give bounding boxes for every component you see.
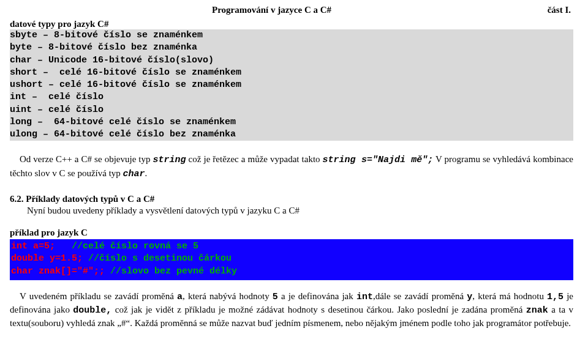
inline-code: double,: [73, 305, 111, 316]
text: V uvedeném příkladu se zavádí proměná: [20, 291, 177, 301]
code-line: sbyte – 8-bitové číslo se znaménkem: [10, 29, 573, 42]
subsection-body: Nyní budou uvedeny příklady a vysvětlení…: [10, 204, 573, 217]
text: , která má hodnotu: [472, 291, 547, 301]
inline-code: 5: [273, 292, 278, 302]
code-line: long – 64-bitové celé číslo se znaménkem: [10, 116, 573, 128]
inline-code: a: [177, 292, 183, 302]
text: ,dále se zavádí proměná: [373, 291, 467, 301]
code-block-grey: sbyte – 8-bitové číslo se znaménkembyte …: [10, 29, 573, 141]
code-comment: //slovo bez pevné délky: [110, 266, 237, 277]
code-line: short – celé 16-bitové číslo se znaménke…: [10, 67, 573, 79]
header-right: část I.: [548, 5, 571, 15]
text: , která nabývá hodnoty: [183, 291, 273, 301]
inline-code: 1,5: [547, 292, 564, 302]
code-comment: //celé číslo rovná se 5: [72, 241, 198, 251]
code-text: int a=5;: [11, 241, 72, 251]
header-center: Programování v jazyce C a C#: [212, 5, 331, 15]
code-block-blue: int a=5; //celé číslo rovná se 5 double …: [10, 239, 573, 280]
paragraph-final: V uvedeném příkladu se zavádí proměná a,…: [10, 290, 573, 330]
section-title-datatypes: datové typy pro jazyk C#: [10, 19, 573, 29]
inline-code: y: [467, 292, 472, 302]
code-line: char – Unicode 16-bitové číslo(slovo): [10, 54, 573, 67]
inline-code: string: [153, 155, 186, 165]
subsection-heading: 6.2. Příklady datových typů v C a C#: [10, 194, 573, 204]
example-title-c: příklad pro jazyk C: [10, 228, 573, 238]
text: a je definována jak: [278, 291, 356, 301]
code-text: char znak[]="#";;: [11, 266, 110, 277]
code-line: ulong – 64-bitové celé číslo bez znaménk…: [10, 128, 573, 141]
text: což jak je vidět z příkladu je možné zád…: [111, 305, 526, 314]
code-line: uint – celé číslo: [10, 104, 573, 116]
inline-code: string s="Najdi mě";: [323, 155, 434, 165]
text: Od verze C++ a C# se objevuje typ: [20, 154, 153, 164]
code-line: byte – 8-bitové číslo bez znaménka: [10, 42, 573, 54]
inline-code: char: [123, 169, 145, 179]
text: .: [145, 168, 148, 178]
page-header: Programování v jazyce C a C# část I.: [10, 5, 573, 15]
subsection-examples: 6.2. Příklady datových typů v C a C# Nyn…: [10, 194, 573, 217]
text: což je řetězec a může vypadat takto: [186, 154, 323, 164]
inline-code: int: [356, 292, 373, 302]
inline-code: znak: [526, 305, 548, 316]
code-text: double y=1.5;: [11, 253, 88, 264]
code-comment: //číslo s desetinou čárkou: [88, 253, 232, 264]
code-line: ushort – celé 16-bitové číslo se znaménk…: [10, 79, 573, 91]
paragraph-string-explain: Od verze C++ a C# se objevuje typ string…: [10, 153, 573, 180]
code-line: int – celé číslo: [10, 91, 573, 103]
